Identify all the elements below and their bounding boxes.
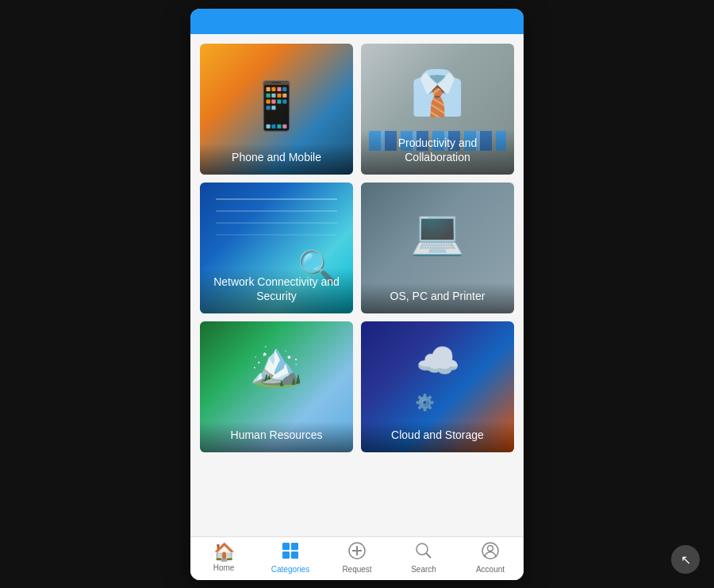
cursor-indicator: ↖ bbox=[671, 545, 700, 574]
category-card-productivity-collaboration[interactable]: Productivity and Collaboration bbox=[361, 44, 514, 175]
category-label-phone-mobile: Phone and Mobile bbox=[200, 144, 353, 174]
category-card-human-resources[interactable]: Human Resources bbox=[200, 321, 353, 452]
nav-label-categories: Categories bbox=[271, 565, 309, 574]
header bbox=[190, 9, 524, 34]
category-card-os-pc-printer[interactable]: OS, PC and Printer bbox=[361, 183, 514, 313]
bottom-nav: 🏠Home Categories Request Search bbox=[190, 536, 524, 580]
category-label-productivity-collaboration: Productivity and Collaboration bbox=[361, 129, 514, 174]
content-area: Phone and MobileProductivity and Collabo… bbox=[190, 34, 524, 536]
nav-item-categories[interactable]: Categories bbox=[271, 542, 310, 574]
nav-label-request: Request bbox=[342, 565, 371, 574]
svg-rect-2 bbox=[282, 551, 290, 559]
category-label-network-connectivity: Network Connectivity and Security bbox=[200, 268, 353, 313]
svg-point-7 bbox=[416, 544, 428, 555]
nav-item-request[interactable]: Request bbox=[337, 542, 377, 574]
nav-label-home: Home bbox=[213, 563, 235, 572]
svg-rect-3 bbox=[291, 551, 298, 559]
category-label-human-resources: Human Resources bbox=[200, 421, 353, 452]
category-card-phone-mobile[interactable]: Phone and Mobile bbox=[200, 44, 353, 175]
category-label-os-pc-printer: OS, PC and Printer bbox=[361, 282, 514, 313]
plus-icon bbox=[348, 542, 366, 563]
categories-grid: Phone and MobileProductivity and Collabo… bbox=[200, 44, 514, 452]
svg-rect-0 bbox=[282, 543, 290, 550]
grid-icon bbox=[282, 542, 299, 563]
nav-label-search: Search bbox=[411, 565, 436, 574]
phone-frame: Phone and MobileProductivity and Collabo… bbox=[190, 9, 524, 580]
nav-label-account: Account bbox=[476, 565, 505, 574]
category-card-network-connectivity[interactable]: Network Connectivity and Security bbox=[200, 183, 353, 313]
home-icon: 🏠 bbox=[213, 544, 235, 561]
nav-item-account[interactable]: Account bbox=[470, 542, 510, 574]
svg-rect-1 bbox=[291, 543, 298, 550]
category-card-cloud-storage[interactable]: Cloud and Storage bbox=[361, 321, 514, 452]
svg-point-10 bbox=[488, 545, 493, 551]
search-icon bbox=[415, 542, 432, 563]
nav-item-home[interactable]: 🏠Home bbox=[204, 544, 244, 572]
nav-item-search[interactable]: Search bbox=[404, 542, 443, 574]
category-label-cloud-storage: Cloud and Storage bbox=[361, 421, 514, 452]
account-icon bbox=[482, 542, 499, 563]
svg-line-8 bbox=[426, 553, 431, 558]
